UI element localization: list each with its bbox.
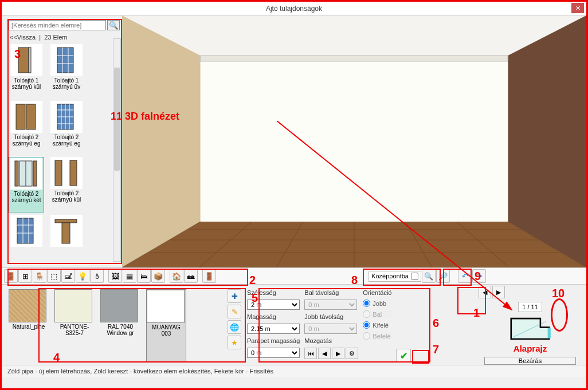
close-button[interactable]: Bezárás [484, 357, 576, 365]
cat-lamp-icon[interactable]: 💡 [76, 269, 89, 283]
floorplan-view[interactable] [487, 316, 573, 341]
height-select[interactable]: 2.15 m [247, 324, 300, 334]
title-bar: Ajtó tulajdonságok ✕ [2, 2, 586, 15]
svg-rect-45 [548, 328, 551, 338]
motion-fwd-icon[interactable]: ▶ [332, 348, 344, 359]
cat-curtain-icon[interactable]: ▤ [123, 269, 136, 283]
motion-back-icon[interactable]: ◀ [318, 348, 331, 359]
orient-left-radio [363, 310, 370, 318]
door-thumb[interactable]: Tolóajtó 2 szárnyú eg [9, 101, 44, 155]
motion-settings-icon[interactable]: ⚙ [346, 348, 358, 359]
material-swatch-selected[interactable]: MUANYAG 003 [146, 289, 186, 363]
zoom-fit-icon[interactable]: 🔎 [436, 269, 450, 283]
category-toolbar: 🚪 ⊞ 🪑 ⬚ 🛋 💡 🕯 🖼 ▤ 🛏 📦 🏠 🏘 🚪 Középpontba … [2, 267, 586, 285]
cat-floorlamp-icon[interactable]: 🕯 [90, 269, 104, 283]
material-edit-icon[interactable]: ✎ [228, 305, 241, 318]
svg-rect-21 [70, 160, 77, 186]
search-icon: 🔍 [109, 21, 119, 30]
cat-building-icon[interactable]: 🏠 [170, 269, 183, 283]
cat-door2-icon[interactable]: 🚪 [202, 269, 216, 283]
search-input[interactable] [9, 20, 106, 30]
separator [198, 269, 202, 283]
svg-rect-32 [201, 56, 508, 222]
material-add-icon[interactable]: ✚ [228, 289, 241, 303]
width-select[interactable]: 2 m [247, 300, 300, 310]
zoom-in-icon[interactable]: 🔍 [422, 269, 436, 283]
width-label: Szélesség [247, 289, 300, 296]
motion-label: Mozgatás [304, 337, 358, 344]
status-bar: Zöld pipa - új elem létrehozás, Zöld ker… [2, 365, 586, 377]
leftdist-label: Bal távolság [304, 289, 358, 296]
svg-rect-7 [16, 104, 25, 129]
svg-rect-2 [57, 48, 73, 73]
material-web-icon[interactable]: 🌐 [228, 320, 241, 334]
cat-switch-icon[interactable]: ⬚ [47, 269, 61, 283]
svg-rect-28 [62, 223, 70, 243]
cat-picture-icon[interactable]: 🖼 [108, 269, 122, 283]
door-thumbnails: Tolóajtó 1 szárnyú kül Tolóajtó 1 szárny… [9, 44, 120, 256]
apply-button[interactable]: ✔ [396, 349, 411, 363]
svg-rect-20 [55, 160, 62, 186]
svg-rect-1 [29, 48, 31, 73]
svg-rect-8 [26, 104, 36, 129]
3d-viewport[interactable] [122, 15, 586, 267]
back-link[interactable]: <<Vissza [10, 34, 36, 41]
orient-in-radio [363, 332, 370, 340]
search-button[interactable]: 🔍 [107, 20, 120, 30]
undo-icon[interactable]: ↶ [458, 269, 472, 283]
door-thumb[interactable] [9, 215, 44, 257]
door-thumb[interactable]: Tolóajtó 1 szárnyú kül [9, 44, 44, 99]
motion-rewind-icon[interactable]: ⏮ [304, 348, 317, 359]
door-thumb[interactable]: Tolóajtó 2 szárnyú kül [49, 157, 84, 212]
material-favorite-icon[interactable]: ★ [228, 336, 241, 349]
height-label: Magasság [247, 313, 300, 320]
svg-rect-22 [17, 218, 33, 243]
cat-door-icon[interactable]: 🚪 [4, 269, 18, 283]
window-title: Ajtó tulajdonságok [266, 5, 322, 13]
material-swatch[interactable]: Natural_pine [9, 289, 49, 363]
material-swatch[interactable]: PANTONE-S325-7 [54, 289, 95, 363]
orient-label: Orientáció [363, 289, 391, 296]
door-thumb[interactable] [49, 215, 84, 257]
center-checkbox-input[interactable] [411, 273, 418, 280]
cat-sofa-icon[interactable]: 🛋 [61, 269, 75, 283]
parameters-panel: Szélesség 2 m Magasság 2.15 m Parapet ma… [245, 287, 475, 365]
back-row: <<Vissza | 23 Elem [9, 34, 120, 41]
svg-marker-29 [122, 15, 586, 56]
door-library-sidebar: 🔍 <<Vissza | 23 Elem Tolóajtó 1 szárnyú … [2, 15, 122, 267]
orient-out-radio[interactable] [363, 321, 370, 329]
separator [166, 269, 169, 283]
separator [104, 269, 108, 283]
door-thumb[interactable]: Tolóajtó 1 szárnyú üv [49, 44, 84, 99]
door-thumb-selected[interactable]: Tolóajtó 2 szárnyú két [9, 157, 44, 212]
cat-roof-icon[interactable]: 🏘 [184, 269, 198, 283]
window-close-button[interactable]: ✕ [571, 3, 584, 13]
wall-prev-icon[interactable]: ◀ [479, 286, 491, 298]
cat-window-icon[interactable]: ⊞ [18, 269, 32, 283]
floorplan-panel: ◀ ▶ 1 / 11 Alaprajz Bezárás [479, 287, 582, 365]
center-checkbox[interactable]: Középpontba [369, 271, 421, 282]
rightdist-label: Jobb távolság [304, 313, 358, 320]
cat-furniture-icon[interactable]: 🪑 [33, 269, 46, 283]
cat-cabinet-icon[interactable]: 📦 [151, 269, 165, 283]
svg-rect-16 [15, 161, 18, 186]
floorplan-label: Alaprajz [513, 344, 547, 353]
svg-rect-27 [55, 219, 77, 223]
wall-next-icon[interactable]: ▶ [492, 286, 505, 298]
material-swatch[interactable]: RAL 7040 Window gr [100, 289, 140, 363]
parapet-select[interactable]: 0 m [247, 348, 300, 358]
item-count: 23 Elem [44, 34, 67, 41]
door-thumb[interactable]: Tolóajtó 2 szárnyú eg [49, 101, 84, 155]
cat-bed-icon[interactable]: 🛏 [137, 269, 151, 283]
materials-panel: Natural_pine PANTONE-S325-7 RAL 7040 Win… [6, 287, 241, 365]
rightdist-select: 0 m [304, 324, 357, 334]
wall-counter: 1 / 11 [518, 302, 542, 312]
sidebar-scrollbar[interactable] [113, 38, 121, 262]
parapet-label: Parapet magasság [247, 337, 300, 344]
svg-marker-33 [201, 56, 508, 61]
redo-icon[interactable]: ↷ [472, 269, 486, 283]
svg-rect-18 [33, 161, 37, 186]
leftdist-select: 0 m [304, 300, 357, 310]
svg-rect-0 [18, 48, 29, 73]
orient-right-radio[interactable] [363, 300, 370, 307]
